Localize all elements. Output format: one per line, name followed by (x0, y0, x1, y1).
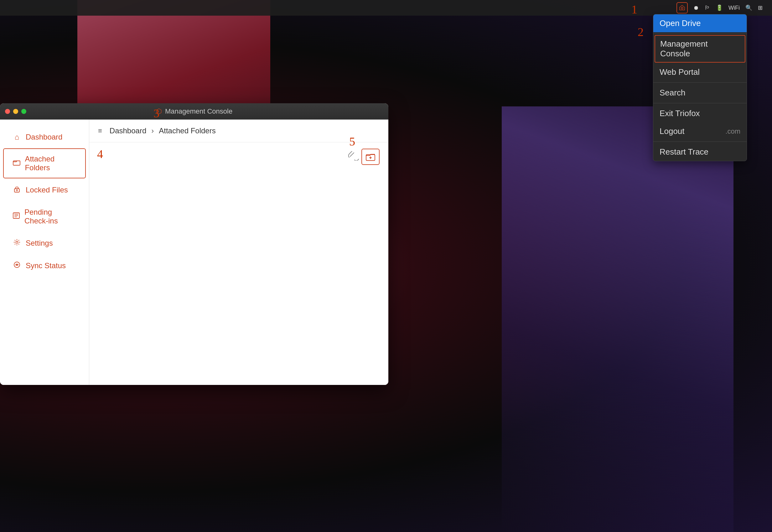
dashboard-icon: ⌂ (13, 133, 21, 141)
triofox-menubar-icon[interactable] (677, 2, 688, 13)
dropdown-menu: Open Drive Management Console Web Portal… (653, 14, 747, 161)
flag-icon[interactable]: 🏳 (705, 5, 710, 11)
hamburger-icon[interactable]: ≡ (98, 127, 102, 135)
step-5-annotation: 5 (349, 135, 355, 148)
settings-label: Settings (26, 239, 53, 248)
locked-files-icon (13, 185, 21, 195)
dashboard-label: Dashboard (26, 133, 62, 141)
pending-checkins-label: Pending Check-ins (24, 208, 76, 225)
attached-folders-icon (13, 159, 20, 168)
breadcrumb-current: Attached Folders (159, 126, 216, 135)
dropdown-item-management-console[interactable]: Management Console (655, 35, 745, 63)
logout-suffix: .com (725, 127, 740, 136)
open-drive-label: Open Drive (660, 18, 701, 28)
step-3-annotation: 3 (153, 106, 159, 120)
titlebar-buttons (5, 109, 26, 114)
sidebar-item-pending-checkins[interactable]: Pending Check-ins (3, 202, 86, 232)
record-icon[interactable]: ⏺ (693, 5, 699, 11)
dropdown-item-search[interactable]: Search (653, 84, 747, 102)
logout-label: Logout (660, 126, 685, 136)
step-1-annotation: 1 (632, 3, 637, 16)
maximize-button[interactable] (21, 109, 26, 114)
attached-folders-label: Attached Folders (25, 155, 76, 172)
breadcrumb-home: Dashboard (110, 126, 146, 135)
svg-rect-2 (14, 189, 19, 192)
titlebar: ⬡ Management Console (0, 103, 388, 120)
sidebar-item-attached-folders[interactable]: Attached Folders (3, 148, 86, 178)
attach-link-icon (348, 151, 359, 163)
menubar: ⏺ 🏳 🔋 WiFi 🔍 ⊞ (0, 0, 772, 16)
control-center-icon[interactable]: ⊞ (758, 4, 763, 11)
console-window: ⬡ Management Console ⌂ Dashboard Attache… (0, 103, 388, 385)
step-4-annotation: 4 (97, 147, 103, 161)
search-menubar-icon[interactable]: 🔍 (745, 4, 752, 11)
attach-btn-area (348, 149, 380, 165)
divider-1 (653, 33, 747, 34)
search-label: Search (660, 88, 685, 98)
main-content: ≡ Dashboard › Attached Folders (89, 120, 388, 385)
svg-point-3 (16, 190, 18, 191)
sync-status-icon (13, 261, 21, 270)
breadcrumb-separator: › (151, 126, 154, 135)
dropdown-item-exit[interactable]: Exit Triofox (653, 105, 747, 122)
svg-point-8 (16, 241, 18, 243)
titlebar-title: ⬡ Management Console (156, 107, 233, 115)
battery-icon[interactable]: 🔋 (716, 4, 723, 11)
dropdown-item-restart-trace[interactable]: Restart Trace (653, 143, 747, 161)
attach-folder-button[interactable] (361, 149, 380, 165)
locked-files-label: Locked Files (26, 186, 68, 194)
pending-checkins-icon (13, 212, 20, 221)
settings-icon (13, 238, 21, 248)
close-button[interactable] (5, 109, 10, 114)
restart-trace-label: Restart Trace (660, 147, 708, 157)
breadcrumb-bar: ≡ Dashboard › Attached Folders (89, 120, 388, 142)
window-title-text: Management Console (165, 107, 233, 115)
sidebar-item-dashboard[interactable]: ⌂ Dashboard (3, 126, 86, 148)
sidebar-item-sync-status[interactable]: Sync Status (3, 255, 86, 277)
sidebar-item-settings[interactable]: Settings (3, 232, 86, 254)
sync-status-label: Sync Status (26, 261, 66, 270)
exit-label: Exit Triofox (660, 109, 700, 118)
step-2-annotation: 2 (638, 25, 644, 39)
web-portal-label: Web Portal (660, 67, 700, 77)
svg-point-10 (16, 264, 18, 265)
wifi-icon[interactable]: WiFi (729, 5, 740, 11)
divider-2 (653, 82, 747, 83)
menubar-icons: ⏺ 🏳 🔋 WiFi 🔍 ⊞ (677, 2, 763, 13)
dropdown-item-web-portal[interactable]: Web Portal (653, 63, 747, 81)
dropdown-item-open-drive[interactable]: Open Drive (653, 14, 747, 32)
sidebar: ⌂ Dashboard Attached Folders (0, 120, 89, 385)
window-body: ⌂ Dashboard Attached Folders (0, 120, 388, 385)
sidebar-item-locked-files[interactable]: Locked Files (3, 179, 86, 201)
svg-point-0 (681, 7, 683, 9)
content-area (89, 142, 388, 385)
divider-4 (653, 141, 747, 142)
minimize-button[interactable] (13, 109, 18, 114)
divider-3 (653, 103, 747, 103)
management-console-label: Management Console (660, 39, 740, 59)
dropdown-item-logout[interactable]: Logout .com (653, 122, 747, 140)
